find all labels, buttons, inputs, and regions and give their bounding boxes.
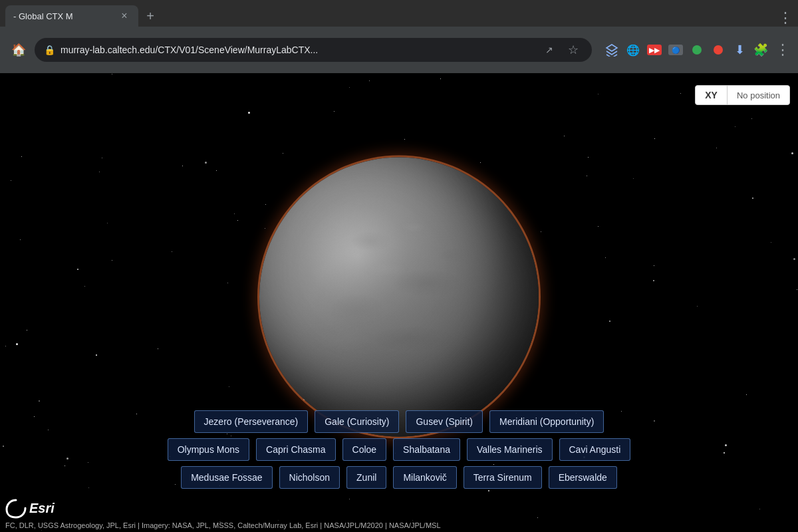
home-button[interactable]: 🏠 <box>8 39 29 61</box>
download-icon[interactable]: ⬇ <box>730 41 749 59</box>
label-row-3: Medusae FossaeNicholsonZunilMilankovičTe… <box>181 466 617 489</box>
share-button[interactable]: ↗ <box>540 41 559 59</box>
star <box>793 258 795 260</box>
star <box>21 156 22 157</box>
star <box>564 136 565 136</box>
label-row-2: Olympus MonsCapri ChasmaColoeShalbatanaV… <box>168 438 631 461</box>
location-label[interactable]: Nicholson <box>279 466 340 489</box>
star <box>588 157 589 158</box>
active-tab[interactable]: - Global CTX M × <box>5 5 138 27</box>
star <box>791 152 793 154</box>
star <box>680 93 681 94</box>
location-label[interactable]: Meridiani (Opportunity) <box>489 410 604 433</box>
star <box>404 139 405 140</box>
address-bar[interactable]: 🔒 murray-lab.caltech.edu/CTX/V01/SceneVi… <box>35 38 592 62</box>
star <box>112 74 112 74</box>
esri-logo-area: Esri <box>5 497 55 519</box>
star <box>182 166 183 166</box>
location-label[interactable]: Coloe <box>342 438 387 461</box>
star <box>11 180 11 181</box>
location-label[interactable]: Eberswalde <box>549 466 617 489</box>
layers-icon[interactable] <box>602 41 621 59</box>
star <box>653 280 654 281</box>
lock-icon: 🔒 <box>44 45 55 55</box>
location-label[interactable]: Milankovič <box>393 466 456 489</box>
star <box>27 330 27 331</box>
star <box>735 126 735 127</box>
main-content: XY No position Jezero (Perseverance)Gale… <box>0 73 798 532</box>
star <box>537 517 538 518</box>
tab-close-button[interactable]: × <box>118 10 130 22</box>
star <box>697 306 698 307</box>
star <box>227 283 228 283</box>
location-label[interactable]: Cavi Angusti <box>559 438 631 461</box>
xy-button[interactable]: XY <box>696 86 728 104</box>
extensions-puzzle-icon[interactable]: 🧩 <box>751 41 770 59</box>
esri-logo-text: Esri <box>29 501 55 516</box>
star <box>598 226 598 227</box>
star <box>716 148 717 148</box>
extension-1-icon[interactable]: ▶▶ <box>645 41 664 59</box>
star <box>77 269 78 270</box>
star <box>16 343 18 345</box>
star <box>237 220 238 221</box>
red-dot-indicator <box>709 41 728 59</box>
star <box>283 153 283 154</box>
star <box>216 170 217 171</box>
location-label[interactable]: Gale (Curiosity) <box>315 410 399 433</box>
star <box>112 260 112 261</box>
xy-position-text: No position <box>728 86 789 104</box>
tab-title: - Global CTX M <box>13 11 113 21</box>
location-label[interactable]: Zunil <box>346 466 386 489</box>
mars-planet <box>259 158 539 437</box>
globe-icon[interactable]: 🌐 <box>624 41 642 59</box>
star <box>488 490 489 491</box>
star <box>654 265 654 266</box>
location-label[interactable]: Medusae Fossae <box>181 466 272 489</box>
star <box>205 162 207 164</box>
star <box>84 286 85 287</box>
star <box>369 80 370 81</box>
star <box>158 348 158 349</box>
planet-surface <box>259 158 539 437</box>
star <box>20 239 21 240</box>
esri-swoosh-icon <box>5 497 27 519</box>
bookmark-button[interactable]: ☆ <box>564 41 583 59</box>
star <box>605 257 606 258</box>
location-label[interactable]: Valles Marineris <box>467 438 553 461</box>
label-row-1: Jezero (Perseverance)Gale (Curiosity)Gus… <box>194 410 604 433</box>
extension-2-icon[interactable]: 🔵 <box>666 41 685 59</box>
address-bar-row: 🏠 🔒 murray-lab.caltech.edu/CTX/V01/Scene… <box>0 27 798 73</box>
star <box>759 509 760 509</box>
star <box>5 346 6 346</box>
star <box>797 289 797 290</box>
star <box>248 112 250 114</box>
star <box>633 178 634 179</box>
star <box>440 78 441 79</box>
url-text: murray-lab.caltech.edu/CTX/V01/SceneView… <box>61 45 535 55</box>
location-label[interactable]: Gusev (Spirit) <box>406 410 483 433</box>
browser-menu-button[interactable]: ⋮ <box>778 9 793 27</box>
location-label[interactable]: Jezero (Perseverance) <box>194 410 309 433</box>
star <box>609 321 610 322</box>
star <box>39 400 40 402</box>
location-label[interactable]: Capri Chasma <box>256 438 335 461</box>
star <box>751 118 752 119</box>
star <box>229 386 229 387</box>
star <box>746 394 747 395</box>
location-label[interactable]: Shalbatana <box>393 438 460 461</box>
star <box>587 176 587 176</box>
chrome-menu-button[interactable]: ⋮ <box>775 41 790 59</box>
location-label[interactable]: Terra Sirenum <box>464 466 542 489</box>
star <box>349 499 350 499</box>
star <box>654 138 655 139</box>
star <box>334 111 334 112</box>
new-tab-button[interactable]: + <box>141 7 160 25</box>
location-label[interactable]: Olympus Mons <box>168 438 249 461</box>
green-dot-indicator <box>688 41 706 59</box>
star <box>172 251 172 252</box>
toolbar-icons: 🌐 ▶▶ 🔵 ⬇ 🧩 ⋮ <box>602 41 790 59</box>
star <box>752 198 753 199</box>
star <box>96 354 97 356</box>
attribution-bar: FC, DLR, USGS Astrogeology, JPL, Esri | … <box>0 519 798 532</box>
